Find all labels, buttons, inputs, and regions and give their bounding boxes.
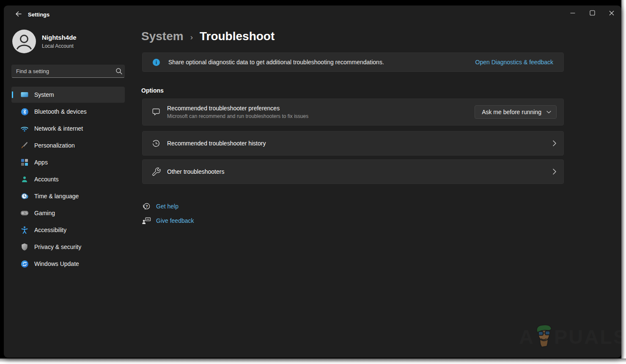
card-title: Recommended troubleshooter history	[167, 140, 266, 147]
watermark-text-right: PUALS	[554, 325, 621, 348]
appuals-watermark: A PUALS	[519, 323, 621, 350]
banner-text: Share optional diagnostic data to get ad…	[168, 59, 384, 66]
appuals-mascot-icon	[535, 323, 554, 350]
chevron-down-icon	[546, 111, 551, 114]
get-help-icon: ?	[141, 201, 151, 211]
open-diagnostics-feedback-link[interactable]: Open Diagnostics & feedback	[475, 59, 553, 66]
gaming-icon	[21, 209, 28, 217]
sidebar-item-label: Network & internet	[34, 125, 83, 132]
card-title: Recommended troubleshooter preferences	[167, 105, 308, 112]
back-button[interactable]	[11, 9, 25, 20]
sidebar-item-label: Accounts	[34, 176, 59, 183]
maximize-button[interactable]	[582, 5, 602, 22]
wrench-icon	[151, 167, 161, 177]
sidebar-item-label: Gaming	[34, 210, 55, 216]
diagnostics-banner: Share optional diagnostic data to get ad…	[142, 52, 564, 72]
caption-controls	[563, 5, 621, 22]
dropdown-selected-value: Ask me before running	[482, 109, 541, 115]
sidebar-item-gaming[interactable]: Gaming	[11, 205, 125, 221]
bluetooth-icon	[21, 108, 28, 115]
selected-indicator	[12, 91, 13, 98]
breadcrumb-parent[interactable]: System	[141, 30, 184, 43]
settings-window: Settings Nightsh4de Local Account	[4, 5, 621, 358]
give-feedback-link[interactable]: Give feedback	[141, 216, 194, 226]
minimize-icon	[570, 10, 575, 17]
chevron-right-icon	[552, 168, 557, 175]
give-feedback-icon	[141, 216, 151, 226]
titlebar: Settings	[4, 5, 621, 23]
sidebar-item-label: Time & language	[34, 193, 79, 200]
sidebar-item-label: Privacy & security	[34, 244, 81, 250]
avatar	[12, 30, 36, 53]
user-name: Nightsh4de	[42, 34, 77, 41]
system-icon	[21, 91, 28, 99]
user-account-type: Local Account	[42, 43, 77, 49]
breadcrumb: System › Troubleshoot	[141, 30, 275, 43]
get-help-link[interactable]: ? Get help	[141, 201, 178, 211]
accessibility-icon	[21, 226, 28, 234]
sidebar-item-label: Windows Update	[34, 260, 79, 267]
sidebar-nav: System Bluetooth & devices Network & int…	[11, 87, 125, 273]
chevron-right-icon	[552, 140, 557, 147]
sidebar-item-bluetooth-devices[interactable]: Bluetooth & devices	[11, 104, 125, 120]
sidebar-item-label: Accessibility	[34, 227, 66, 233]
back-arrow-icon	[14, 10, 22, 19]
get-help-label: Get help	[156, 203, 178, 210]
windows-update-icon	[21, 260, 28, 268]
sidebar-item-personalization[interactable]: Personalization	[11, 137, 125, 153]
search-icon	[113, 68, 124, 75]
watermark-text-left: A	[519, 325, 535, 348]
maximize-icon	[590, 10, 595, 17]
speech-bubble-icon	[151, 107, 161, 117]
apps-icon	[21, 159, 28, 166]
sidebar-item-label: Apps	[34, 159, 48, 166]
info-icon	[153, 59, 160, 66]
give-feedback-label: Give feedback	[156, 217, 194, 224]
sidebar-item-label: System	[34, 91, 54, 98]
close-icon	[609, 10, 614, 17]
recommended-troubleshooter-preferences-card: Recommended troubleshooter preferences M…	[142, 99, 564, 126]
sidebar-item-label: Personalization	[34, 142, 75, 149]
card-description: Microsoft can recommend and run troubles…	[167, 113, 308, 119]
recommended-troubleshooter-history-row[interactable]: Recommended troubleshooter history	[142, 131, 564, 156]
personalization-icon	[21, 142, 28, 149]
page-edge-bottom	[0, 359, 626, 364]
privacy-security-icon	[21, 243, 28, 251]
history-icon	[151, 138, 161, 148]
search-input[interactable]	[12, 68, 113, 74]
search-box[interactable]	[11, 65, 125, 78]
accounts-icon	[21, 175, 28, 183]
other-troubleshooters-row[interactable]: Other troubleshooters	[142, 159, 564, 184]
breadcrumb-separator-icon: ›	[190, 33, 193, 42]
sidebar-item-privacy-security[interactable]: Privacy & security	[11, 239, 125, 255]
network-icon	[21, 125, 28, 132]
sidebar-item-accounts[interactable]: Accounts	[11, 171, 125, 187]
sidebar-item-windows-update[interactable]: Windows Update	[11, 256, 125, 272]
sidebar-item-apps[interactable]: Apps	[11, 154, 125, 170]
sidebar-item-time-language[interactable]: Time & language	[11, 188, 125, 204]
sidebar-item-network-internet[interactable]: Network & internet	[11, 120, 125, 137]
app-title: Settings	[28, 11, 49, 18]
user-card[interactable]: Nightsh4de Local Account	[12, 30, 77, 53]
svg-text:?: ?	[146, 204, 148, 208]
sidebar-item-label: Bluetooth & devices	[34, 108, 87, 115]
time-language-icon	[21, 192, 28, 200]
close-button[interactable]	[602, 5, 621, 22]
card-title: Other troubleshooters	[167, 168, 224, 175]
page-title: Troubleshoot	[200, 30, 275, 43]
options-section-label: Options	[141, 87, 164, 94]
person-icon	[12, 30, 36, 53]
sidebar-item-system[interactable]: System	[11, 87, 125, 103]
sidebar-item-accessibility[interactable]: Accessibility	[11, 222, 125, 238]
minimize-button[interactable]	[563, 5, 582, 22]
troubleshooter-preference-dropdown[interactable]: Ask me before running	[475, 105, 557, 119]
page-edge-right	[621, 0, 626, 364]
